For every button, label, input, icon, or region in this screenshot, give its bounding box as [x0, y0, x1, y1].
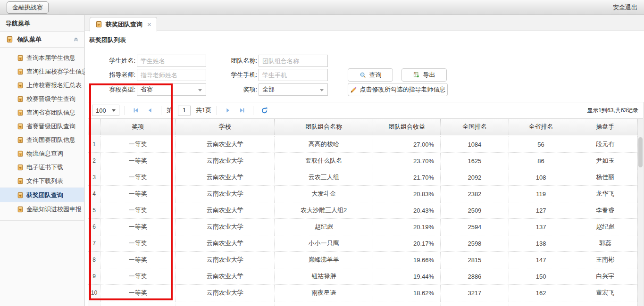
sidebar-item[interactable]: 查询省赛团队信息: [0, 106, 84, 119]
table-row[interactable]: 10 一等奖 云南农业大学 雨夜星语 18.62% 3217 162 董宏飞: [88, 285, 637, 301]
sidebar-item[interactable]: 上传校赛报名汇总表: [0, 78, 84, 92]
sidebar-item-label: 金融知识进校园申报: [26, 205, 82, 214]
folder-icon: [17, 82, 24, 89]
award-cell: 一等奖: [100, 153, 176, 169]
header-school[interactable]: 学校: [176, 119, 275, 135]
export-button[interactable]: 导出: [401, 68, 447, 82]
province-rank-cell: 162: [509, 285, 574, 301]
sidebar-item-label: 查询本届学生信息: [26, 54, 75, 62]
sidebar-item[interactable]: 获奖团队查询: [0, 188, 84, 202]
row-number-cell: [88, 301, 100, 306]
row-number-cell: 5: [88, 202, 100, 218]
table-row[interactable]: 1 一等奖 云南农业大学 高高的梭哈 27.00% 1084 56 段元有: [88, 136, 637, 153]
row-number-cell: 3: [88, 169, 100, 185]
page-number-input[interactable]: [178, 106, 191, 116]
school-cell: 云南农业大学: [176, 202, 275, 218]
modify-teacher-button[interactable]: 点击修改所勾选的指导老师信息: [348, 83, 448, 96]
page-prefix-label: 第: [167, 106, 173, 115]
team-profit-cell: 19.66%: [373, 252, 441, 268]
first-page-button[interactable]: [130, 105, 142, 116]
trader-cell: [573, 301, 637, 306]
vertical-scrollbar[interactable]: [637, 119, 643, 306]
sidebar-item-label: 文件下载列表: [26, 177, 63, 185]
sidebar-group-leader-menu[interactable]: 领队菜单: [0, 32, 84, 48]
student-phone-input[interactable]: [259, 69, 328, 81]
tab-close-icon[interactable]: ×: [147, 21, 151, 28]
next-page-button[interactable]: [222, 105, 234, 116]
header-national-rank[interactable]: 全国排名: [441, 119, 509, 135]
table-row[interactable]: 3 一等奖 云南农业大学 云农三人组 21.70% 2092 108 杨佳丽: [88, 169, 637, 186]
sidebar-item[interactable]: 查询本届学生信息: [0, 51, 84, 65]
sidebar-item-label: 查询省赛团队信息: [26, 108, 75, 117]
top-bar: 金融挑战赛 安全退出: [0, 0, 644, 15]
province-rank-cell: 119: [509, 186, 574, 202]
header-award[interactable]: 奖项: [100, 119, 176, 135]
datagrid: 100 第 共1页: [88, 102, 644, 306]
divider: [217, 106, 217, 115]
national-rank-cell: 1625: [441, 153, 509, 169]
team-profit-cell: 20.83%: [373, 186, 441, 202]
row-number-cell: 1: [88, 136, 100, 152]
scrollbar-thumb[interactable]: [638, 137, 643, 167]
sidebar-item[interactable]: 校赛晋级学生查询: [0, 92, 84, 106]
last-page-button[interactable]: [236, 105, 248, 116]
refresh-icon[interactable]: [259, 105, 270, 116]
province-rank-cell: 56: [509, 136, 574, 152]
header-trader[interactable]: 操盘手: [573, 119, 637, 135]
school-cell: 云南农业大学: [176, 153, 275, 169]
province-rank-cell: 150: [509, 268, 574, 284]
row-number-cell: 6: [88, 219, 100, 235]
sidebar-item-label: 上传校赛报名汇总表: [26, 81, 82, 90]
school-cell: 云南农业大学: [176, 136, 275, 152]
sidebar-item[interactable]: 电子证书下载: [0, 160, 84, 174]
sidebar-item[interactable]: 金融知识进校园申报: [0, 202, 84, 216]
sidebar-item[interactable]: 文件下载列表: [0, 174, 84, 188]
header-province-rank[interactable]: 全省排名: [509, 119, 574, 135]
search-button[interactable]: 查询: [348, 68, 393, 82]
team-name-input[interactable]: [259, 55, 328, 67]
application-window: 金融挑战赛 安全退出 导航菜单 领队菜单 查询本届学生信息: [0, 0, 644, 306]
teacher-input[interactable]: [137, 69, 206, 81]
student-name-input[interactable]: [137, 55, 206, 67]
header-team-name[interactable]: 团队组合名称: [275, 119, 373, 135]
award-combobox[interactable]: 全部: [259, 83, 328, 96]
table-row[interactable]: 4 一等奖 云南农业大学 大发斗金 20.83% 2382 119 龙华飞: [88, 186, 637, 202]
team-name-cell: 大发斗金: [275, 186, 373, 202]
collapse-chevrons-icon[interactable]: [73, 36, 79, 42]
app-title-button[interactable]: 金融挑战赛: [7, 1, 49, 14]
logout-link[interactable]: 安全退出: [613, 3, 637, 12]
table-row[interactable]: 6 一等奖 云南农业大学 赵纪彪 20.19% 2594 137 赵纪彪: [88, 219, 637, 235]
table-row[interactable]: 2 一等奖 云南农业大学 要取什么队名 23.70% 1625 86 尹如玉: [88, 153, 637, 169]
table-row[interactable]: [88, 301, 637, 306]
folder-icon: [17, 96, 24, 102]
team-name-cell: 云农三人组: [275, 169, 373, 185]
award-label: 奖项:: [210, 83, 257, 96]
table-body: 1 一等奖 云南农业大学 高高的梭哈 27.00% 1084 56 段元有 2 …: [88, 136, 637, 306]
team-name-label: 团队名称:: [210, 55, 257, 67]
award-cell: 一等奖: [100, 219, 176, 235]
award-cell: 一等奖: [100, 186, 176, 202]
divider: [161, 106, 161, 115]
prev-page-button[interactable]: [144, 105, 156, 116]
header-team-profit[interactable]: 团队组合收益: [373, 119, 441, 135]
stage-type-combobox[interactable]: 省赛: [137, 83, 206, 96]
school-cell: 云南农业大学: [176, 252, 275, 268]
table-row[interactable]: 7 一等奖 云南农业大学 小小一只鹰 20.17% 2598 138 郭蕊: [88, 235, 637, 252]
sidebar-item[interactable]: 查询国赛团队信息: [0, 133, 84, 147]
tab-award-team-query[interactable]: 获奖团队查询 ×: [90, 17, 157, 32]
table-row[interactable]: 8 一等奖 云南农业大学 巅峰沸羊羊 19.66% 2815 147 王南彬: [88, 252, 637, 268]
sidebar-item-label: 物流信息查询: [26, 149, 63, 158]
sidebar-item[interactable]: 查询往届校赛学生信息: [0, 65, 84, 78]
province-rank-cell: 108: [509, 169, 574, 185]
table-row[interactable]: 9 一等奖 云南农业大学 钮祜禄胖 19.44% 2886 150 白兴宇: [88, 268, 637, 285]
sidebar-item-label: 获奖团队查询: [26, 191, 63, 199]
sidebar-item[interactable]: 省赛晋级团队查询: [0, 119, 84, 133]
row-number-cell: 7: [88, 235, 100, 251]
team-name-cell: 要取什么队名: [275, 153, 373, 169]
sidebar-item-label: 省赛晋级团队查询: [26, 122, 75, 131]
sidebar-item[interactable]: 物流信息查询: [0, 147, 84, 160]
school-cell: 云南农业大学: [176, 186, 275, 202]
school-cell: 云南农业大学: [176, 169, 275, 185]
page-size-select[interactable]: 100: [92, 105, 119, 116]
table-row[interactable]: 5 一等奖 云南农业大学 农大沙雕三人组2 20.43% 2509 127 李春…: [88, 202, 637, 219]
